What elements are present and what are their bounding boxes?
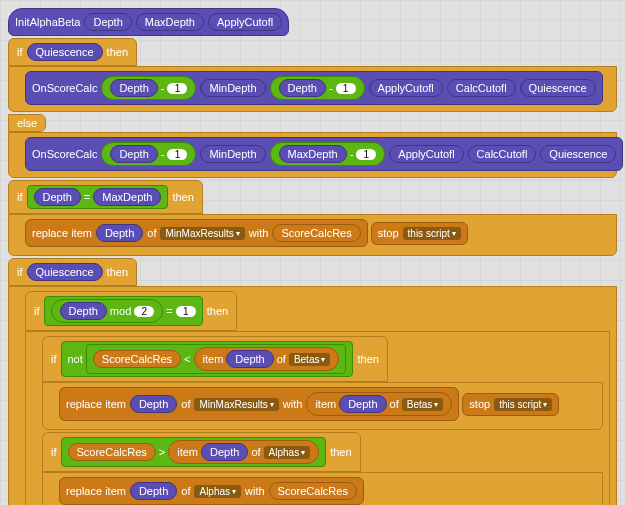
var-scorecalcres: ScoreCalcRes (68, 443, 156, 461)
dd-minmaxresults[interactable]: MinMaxResults (194, 398, 278, 411)
var-depth: Depth (339, 395, 386, 413)
cond-score-gt-alpha: ScoreCalcRes > item Depth of Alphas (61, 437, 327, 467)
lit-1: 1 (176, 306, 196, 317)
kw-with: with (245, 485, 265, 497)
op-minus: - (350, 148, 354, 160)
hat-arg-depth: Depth (84, 13, 131, 31)
kw-of: of (251, 446, 260, 458)
var-quiescence: Quiescence (520, 79, 596, 97)
dd-betas[interactable]: Betas (289, 353, 331, 366)
var-calccutofl: CalcCutofl (468, 145, 537, 163)
op-eq: = (166, 305, 172, 317)
var-depth: Depth (130, 482, 177, 500)
kw-with: with (249, 227, 269, 239)
if-not-score-lt-beta-body: replace item Depth of MinMaxResults with… (42, 382, 603, 430)
op-minus: - (329, 82, 333, 94)
if-quiescence-2-body: if Depth mod 2 = 1 then if not ScoreCalc… (8, 286, 617, 505)
cond-score-lt-beta: ScoreCalcRes < item Depth of Betas (86, 344, 347, 374)
kw-of: of (147, 227, 156, 239)
if-score-gt-alpha[interactable]: if ScoreCalcRes > item Depth of Alphas t… (42, 432, 361, 472)
kw-stop: stop (378, 227, 399, 239)
kw-then: then (107, 46, 128, 58)
if-depth-mod2-eq1[interactable]: if Depth mod 2 = 1 then (25, 291, 237, 331)
kw-if: if (34, 305, 40, 317)
kw-of: of (390, 398, 399, 410)
kw-item: item (203, 353, 224, 365)
op-minus: - (161, 148, 165, 160)
var-depth: Depth (201, 443, 248, 461)
if-score-gt-alpha-body: replace item Depth of Alphas with ScoreC… (42, 472, 603, 505)
kw-item: item (315, 398, 336, 410)
call-onscorecalc-nq[interactable]: OnScoreCalc Depth - 1 MinDepth MaxDepth … (25, 137, 623, 171)
lit-2: 2 (134, 306, 154, 317)
var-quiescence: Quiescence (27, 43, 103, 61)
op-depth-mod-2: Depth mod 2 (51, 299, 164, 323)
op-lt: < (184, 353, 190, 365)
if-quiescence-body-false: OnScoreCalc Depth - 1 MinDepth MaxDepth … (8, 132, 617, 178)
dd-betas[interactable]: Betas (402, 398, 444, 411)
if-quiescence-2[interactable]: if Quiescence then (8, 258, 137, 286)
hat-arg-maxdepth: MaxDepth (136, 13, 204, 31)
var-quiescence: Quiescence (27, 263, 103, 281)
hat-arg-applycutofl: ApplyCutofl (208, 13, 282, 31)
if-depth-mod2-body: if not ScoreCalcRes < item Depth of Beta… (25, 331, 610, 505)
op-minus: - (161, 82, 165, 94)
var-depth: Depth (96, 224, 143, 242)
var-depth: Depth (110, 79, 157, 97)
hat-name: InitAlphaBeta (15, 16, 80, 28)
if-not-score-lt-beta[interactable]: if not ScoreCalcRes < item Depth of Beta… (42, 336, 388, 382)
if-depth-eq-maxdepth[interactable]: if Depth = MaxDepth then (8, 180, 203, 214)
kw-if: if (51, 353, 57, 365)
var-scorecalcres: ScoreCalcRes (269, 482, 357, 500)
dd-alphas[interactable]: Alphas (264, 446, 311, 459)
op-depth-minus-1c: Depth - 1 (101, 142, 196, 166)
kw-if: if (17, 191, 23, 203)
kw-of: of (181, 485, 190, 497)
var-calccutofl: CalcCutofl (447, 79, 516, 97)
call-onscorecalc-q[interactable]: OnScoreCalc Depth - 1 MinDepth Depth - 1… (25, 71, 603, 105)
stop-this-script-1[interactable]: stop this script (371, 222, 468, 245)
replace-alpha-with-score[interactable]: replace item Depth of Alphas with ScoreC… (59, 477, 364, 505)
define-hat[interactable]: InitAlphaBeta Depth MaxDepth ApplyCutofl (8, 8, 289, 36)
var-applycutofl: ApplyCutofl (369, 79, 443, 97)
stop-this-script-2[interactable]: stop this script (462, 393, 559, 416)
cond-depth-mod2-eq1: Depth mod 2 = 1 (44, 296, 203, 326)
var-depth: Depth (34, 188, 81, 206)
dd-this-script[interactable]: this script (494, 398, 552, 411)
kw-if: if (17, 266, 23, 278)
if-quiescence[interactable]: if Quiescence then (8, 38, 137, 66)
op-depth-minus-1a: Depth - 1 (101, 76, 196, 100)
replace-minmax-with-score[interactable]: replace item Depth of MinMaxResults with… (25, 219, 368, 247)
op-eq: = (84, 191, 90, 203)
var-maxdepth: MaxDepth (93, 188, 161, 206)
kw-then: then (357, 353, 378, 365)
kw-replace: replace item (32, 227, 92, 239)
var-depth: Depth (279, 79, 326, 97)
if-quiescence-body-true: OnScoreCalc Depth - 1 MinDepth Depth - 1… (8, 66, 617, 112)
kw-then: then (330, 446, 351, 458)
dd-alphas[interactable]: Alphas (194, 485, 241, 498)
var-mindepth: MinDepth (200, 145, 265, 163)
kw-if: if (51, 446, 57, 458)
replace-minmax-with-beta[interactable]: replace item Depth of MinMaxResults with… (59, 387, 459, 421)
item-depth-of-betas2: item Depth of Betas (306, 392, 452, 416)
call-name: OnScoreCalc (32, 148, 97, 160)
if-depth-eq-maxdepth-body: replace item Depth of MinMaxResults with… (8, 214, 617, 256)
kw-of: of (277, 353, 286, 365)
lit-1: 1 (167, 83, 187, 94)
dd-minmaxresults[interactable]: MinMaxResults (160, 227, 244, 240)
else-hdr: else (8, 114, 46, 132)
kw-then: then (207, 305, 228, 317)
kw-replace: replace item (66, 485, 126, 497)
lit-1: 1 (356, 149, 376, 160)
var-maxdepth: MaxDepth (279, 145, 347, 163)
kw-not: not (68, 353, 83, 365)
var-applycutofl: ApplyCutofl (389, 145, 463, 163)
call-name: OnScoreCalc (32, 82, 97, 94)
op-depth-minus-1b: Depth - 1 (270, 76, 365, 100)
kw-if: if (17, 46, 23, 58)
lit-1: 1 (167, 149, 187, 160)
dd-this-script[interactable]: this script (403, 227, 461, 240)
var-depth: Depth (226, 350, 273, 368)
op-gt: > (159, 446, 165, 458)
